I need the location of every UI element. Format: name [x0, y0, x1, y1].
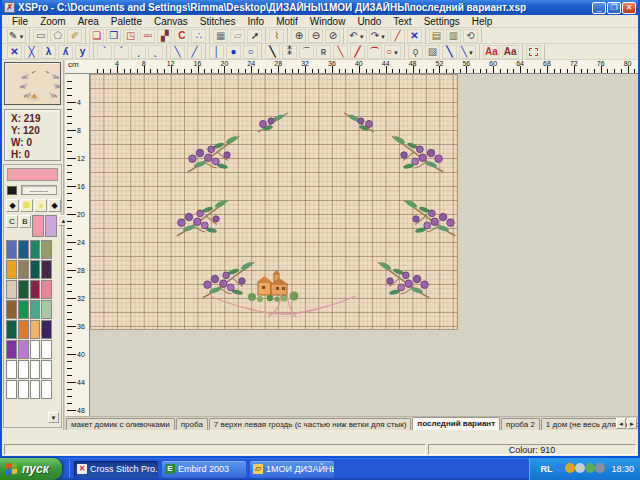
fabric-pattern-button[interactable]: ▨	[425, 45, 440, 59]
palette-swatch-r2c2[interactable]	[30, 280, 41, 299]
menu-palette[interactable]: Palette	[105, 16, 148, 27]
highlight-color-button[interactable]	[20, 199, 33, 212]
backstitch-red-thin-button[interactable]: ╲	[333, 45, 348, 59]
cross-mode-button[interactable]: C	[6, 215, 18, 228]
thread-button[interactable]: ⌇	[269, 29, 284, 43]
pattern-tab-4[interactable]: проба 2	[501, 418, 540, 430]
import-button[interactable]: ▤	[429, 29, 444, 43]
palette-swatch-r1c1[interactable]	[18, 260, 29, 279]
quarter-stitch-button[interactable]: y	[75, 45, 90, 59]
tray-icon-green[interactable]	[585, 463, 595, 473]
bead-filled-button[interactable]: ●	[226, 45, 241, 59]
thread-code-field[interactable]: --------	[21, 185, 57, 195]
zoom-in-button[interactable]: ⊕	[291, 29, 306, 43]
grid-options-button[interactable]: ▦	[213, 29, 228, 43]
three-quarter-stitch-button[interactable]: ╳	[24, 45, 39, 59]
curve-black-button[interactable]: ⌒	[299, 45, 314, 59]
palette-swatch-r3c3[interactable]	[41, 300, 52, 319]
pointer-arrow-button[interactable]: ➚	[247, 29, 262, 43]
pattern-repeat-tool[interactable]: ∴	[191, 29, 206, 43]
sheet-button[interactable]: ▱	[230, 29, 245, 43]
motif-crop-tool[interactable]: ◳	[123, 29, 138, 43]
longstitch-red-button[interactable]: ╱	[350, 45, 365, 59]
zoom-region-button[interactable]: ⊘	[325, 29, 340, 43]
longstitch-button[interactable]: │	[209, 45, 224, 59]
pen-light-button-dropdown-icon[interactable]: ▼	[468, 50, 474, 56]
redo-button-dropdown-icon[interactable]: ▼	[380, 34, 386, 40]
undo-button-dropdown-icon[interactable]: ▼	[359, 34, 365, 40]
header-swatch-1[interactable]	[45, 215, 57, 237]
palette-scroll-down-button[interactable]: ▼	[48, 412, 59, 423]
palette-swatch-r3c1[interactable]	[18, 300, 29, 319]
backstitch-up-button[interactable]: ╱	[187, 45, 202, 59]
text-button[interactable]: Aa	[502, 45, 519, 59]
motif-copy-tool[interactable]: ❏	[89, 29, 104, 43]
pattern-tab-0[interactable]: макет домик с оливочками	[66, 418, 175, 430]
pattern-tab-3[interactable]: последний вариант	[412, 417, 500, 430]
backstitch-black-button[interactable]: ╲	[265, 45, 280, 59]
motif-flip-tool[interactable]: ▞	[157, 29, 172, 43]
palette-swatch-r6c1[interactable]	[18, 360, 29, 379]
pencil-tool[interactable]: ✎▼	[7, 29, 26, 43]
freehand-select-tool[interactable]: ✐	[67, 29, 82, 43]
current-color-swatch[interactable]	[7, 168, 58, 181]
draw-pen-button[interactable]: ╱	[390, 29, 405, 43]
diamond-right-button[interactable]: ◆	[48, 199, 61, 212]
header-swatch-0[interactable]	[32, 215, 44, 237]
task-button-1[interactable]: EEmbird 2003	[162, 461, 246, 478]
palette-swatch-r5c0[interactable]	[6, 340, 17, 359]
palette-swatch-r7c3[interactable]	[41, 380, 52, 399]
start-button[interactable]: пуск	[0, 458, 62, 480]
palette-swatch-r5c3[interactable]	[41, 340, 52, 359]
text-color-button[interactable]: Aa	[483, 45, 500, 59]
circle-red-button[interactable]: ○▼	[384, 45, 401, 59]
palette-swatch-r2c1[interactable]	[18, 280, 29, 299]
pattern-tab-1[interactable]: проба	[176, 418, 208, 430]
menu-info[interactable]: Info	[241, 16, 270, 27]
palette-swatch-r4c2[interactable]	[30, 320, 41, 339]
redo-button[interactable]: ↷▼	[369, 29, 388, 43]
tray-icon-blue[interactable]	[555, 463, 565, 473]
palette-swatch-r4c1[interactable]	[18, 320, 29, 339]
palette-swatch-r3c0[interactable]	[6, 300, 17, 319]
pen-light-button[interactable]: ╲▼	[459, 45, 476, 59]
backstitch-down-button[interactable]: ╲	[170, 45, 185, 59]
petite-stitch-tr-button[interactable]: ˊ	[114, 45, 129, 59]
undo-button[interactable]: ↶▼	[347, 29, 366, 43]
palette-swatch-r3c2[interactable]	[30, 300, 41, 319]
petite-stitch-tl-button[interactable]: ˋ	[97, 45, 112, 59]
menu-zoom[interactable]: Zoom	[34, 16, 72, 27]
pen-dark-button[interactable]: ╲	[442, 45, 457, 59]
palette-swatch-r5c1[interactable]	[18, 340, 29, 359]
rect-select-tool[interactable]: ▭	[33, 29, 48, 43]
menu-window[interactable]: Window	[304, 16, 352, 27]
palette-swatch-r6c3[interactable]	[41, 360, 52, 379]
menu-canvas[interactable]: Canvas	[148, 16, 194, 27]
menu-area[interactable]: Area	[72, 16, 105, 27]
tray-icon-dark[interactable]	[595, 463, 605, 473]
minimize-button[interactable]: _	[592, 2, 606, 14]
poly-select-tool[interactable]: ⬠	[50, 29, 65, 43]
palette-swatch-r4c3[interactable]	[41, 320, 52, 339]
full-cross-stitch-button[interactable]: ✕	[7, 45, 22, 59]
palette-swatch-r4c0[interactable]	[6, 320, 17, 339]
double-stitch-button[interactable]: ⁑	[282, 45, 297, 59]
palette-swatch-r0c3[interactable]	[41, 240, 52, 259]
palette-swatch-r0c0[interactable]	[6, 240, 17, 259]
diamond-left-button[interactable]: ◆	[6, 199, 19, 212]
petite-stitch-bl-button[interactable]: ˏ	[131, 45, 146, 59]
tab-scroll-right-button[interactable]: ►	[627, 418, 637, 429]
highlight-small-button[interactable]	[34, 199, 47, 212]
palette-swatch-r1c3[interactable]	[41, 260, 52, 279]
menu-text[interactable]: Text	[387, 16, 417, 27]
close-button[interactable]: ✕	[622, 2, 636, 14]
refresh-button[interactable]: ⟲	[463, 29, 478, 43]
task-button-2[interactable]: ▱1МОИ ДИЗАЙНЫ	[250, 461, 334, 478]
language-indicator[interactable]: RL	[540, 464, 552, 474]
couching-button[interactable]: ʀ	[316, 45, 331, 59]
delete-stitch-button[interactable]: ✕	[407, 29, 422, 43]
palette-swatch-r1c2[interactable]	[30, 260, 41, 279]
half-stitch-back-button[interactable]: λ	[41, 45, 56, 59]
menu-settings[interactable]: Settings	[418, 16, 466, 27]
palette-swatch-r2c0[interactable]	[6, 280, 17, 299]
